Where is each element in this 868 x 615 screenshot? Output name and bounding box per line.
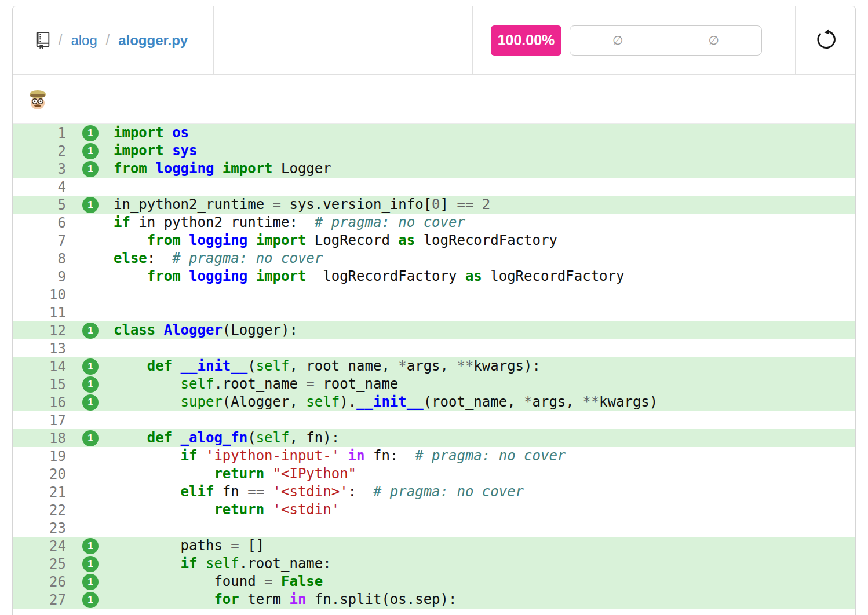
line-number: 4 <box>13 179 73 195</box>
code-text: in_python2_runtime = sys.version_info[0]… <box>108 196 490 214</box>
code-line-3: 31from logging import Logger <box>13 160 855 178</box>
code-text: import sys <box>108 142 198 160</box>
hit-count-badge: 1 <box>82 197 99 213</box>
hit-count-cell: 1 <box>73 376 108 393</box>
repo-book-icon <box>36 32 50 49</box>
hit-count-badge: 1 <box>82 376 99 393</box>
code-line-10: 10 <box>13 285 855 303</box>
hit-count-cell: 1 <box>73 538 108 554</box>
code-line-21: 21 elif fn == '<stdin>': # pragma: no co… <box>13 483 855 501</box>
code-line-4: 4 <box>13 178 855 196</box>
hit-count-badge: 1 <box>82 556 99 572</box>
line-number: 13 <box>13 341 73 357</box>
code-line-9: 9 from logging import _logRecordFactory … <box>13 268 855 285</box>
line-number: 24 <box>13 538 73 554</box>
breadcrumb: / alog / alogger.py <box>13 6 214 74</box>
code-text: def _alog_fn(self, fn): <box>108 429 340 447</box>
hit-count-badge: 1 <box>82 394 99 411</box>
line-number: 2 <box>13 143 73 159</box>
line-number: 7 <box>13 233 73 249</box>
line-number: 18 <box>13 430 73 446</box>
code-text: if in_python2_runtime: # pragma: no cove… <box>108 214 465 232</box>
code-line-11: 11 <box>13 303 855 321</box>
line-number: 9 <box>13 269 73 285</box>
hit-count-badge: 1 <box>82 592 99 608</box>
hit-count-badge: 1 <box>82 538 99 554</box>
code-text: super(Alogger, self).__init__(root_name,… <box>108 393 658 411</box>
code-text: paths = [] <box>108 537 264 555</box>
line-number: 12 <box>13 323 73 339</box>
line-number: 6 <box>13 215 73 231</box>
code-line-13: 13 <box>13 339 855 357</box>
line-number: 11 <box>13 305 73 321</box>
breadcrumb-folder-link[interactable]: alog <box>71 32 97 49</box>
code-line-12: 121class Alogger(Logger): <box>13 321 855 339</box>
hit-count-badge: 1 <box>82 125 99 141</box>
committer-avatar[interactable] <box>26 87 49 111</box>
line-number: 27 <box>13 592 73 608</box>
code-line-2: 21import sys <box>13 142 855 160</box>
hit-count-cell: 1 <box>73 358 108 375</box>
hit-count-badge: 1 <box>82 143 99 159</box>
empty-set-badge: ∅ <box>570 26 666 55</box>
header-spacer <box>214 6 473 74</box>
code-text: if 'ipython-input-' in fn: # pragma: no … <box>108 447 566 465</box>
line-number: 25 <box>13 556 73 572</box>
code-line-8: 8else: # pragma: no cover <box>13 250 855 268</box>
code-line-7: 7 from logging import LogRecord as logRe… <box>13 232 855 250</box>
code-line-6: 6if in_python2_runtime: # pragma: no cov… <box>13 214 855 232</box>
line-number: 23 <box>13 520 73 536</box>
code-line-14: 141 def __init__(self, root_name, *args,… <box>13 357 855 375</box>
code-line-1: 11import os <box>13 124 855 142</box>
coverage-badges: 100.00% ∅ ∅ <box>473 6 796 74</box>
topbar: / alog / alogger.py 100.00% ∅ ∅ <box>13 6 855 75</box>
committer-row <box>13 75 855 124</box>
hit-count-cell: 1 <box>73 197 108 213</box>
empty-set-badge: ∅ <box>666 26 762 55</box>
code-text: def __init__(self, root_name, *args, **k… <box>108 357 541 375</box>
hit-count-cell: 1 <box>73 323 108 339</box>
hit-count-badge: 1 <box>82 323 99 339</box>
line-number: 19 <box>13 448 73 464</box>
hit-count-cell: 1 <box>73 592 108 608</box>
line-number: 17 <box>13 412 73 429</box>
hit-count-cell: 1 <box>73 161 108 177</box>
code-line-5: 51in_python2_runtime = sys.version_info[… <box>13 196 855 214</box>
line-number: 15 <box>13 376 73 393</box>
line-number: 3 <box>13 161 73 177</box>
code-line-27: 271 for term in fn.split(os.sep): <box>13 591 855 609</box>
breadcrumb-separator: / <box>59 32 62 48</box>
code-text: self.root_name = root_name <box>108 375 398 393</box>
coverage-file-view: / alog / alogger.py 100.00% ∅ ∅ <box>12 6 856 615</box>
hit-count-cell: 1 <box>73 574 108 590</box>
code-text: found = False <box>108 573 323 591</box>
code-text: elif fn == '<stdin>': # pragma: no cover <box>108 483 524 501</box>
code-line-19: 19 if 'ipython-input-' in fn: # pragma: … <box>13 447 855 465</box>
line-number: 20 <box>13 466 73 482</box>
hit-count-badge: 1 <box>82 430 99 446</box>
hit-count-badge: 1 <box>82 161 99 177</box>
line-number: 14 <box>13 358 73 375</box>
line-number: 16 <box>13 394 73 411</box>
code-line-23: 23 <box>13 519 855 537</box>
code-line-17: 17 <box>13 411 855 429</box>
code-line-22: 22 return '<stdin' <box>13 501 855 519</box>
line-number: 10 <box>13 287 73 303</box>
hit-count-cell: 1 <box>73 556 108 572</box>
line-number: 5 <box>13 197 73 213</box>
code-text: if self.root_name: <box>108 555 331 573</box>
secondary-badge-group: ∅ ∅ <box>570 25 762 56</box>
line-number: 8 <box>13 251 73 267</box>
code-text: for term in fn.split(os.sep): <box>108 591 457 609</box>
line-number: 1 <box>13 125 73 141</box>
line-number: 22 <box>13 502 73 518</box>
hit-count-cell: 1 <box>73 430 108 446</box>
header-actions <box>796 6 855 74</box>
coverage-percent-badge: 100.00% <box>491 25 561 56</box>
history-refresh-button[interactable] <box>815 28 837 52</box>
code-text: return "<IPython" <box>108 465 356 483</box>
line-number: 26 <box>13 574 73 590</box>
line-number: 21 <box>13 484 73 500</box>
source-code-listing: 11import os21import sys31from logging im… <box>13 124 855 609</box>
breadcrumb-file-link[interactable]: alogger.py <box>118 32 188 49</box>
